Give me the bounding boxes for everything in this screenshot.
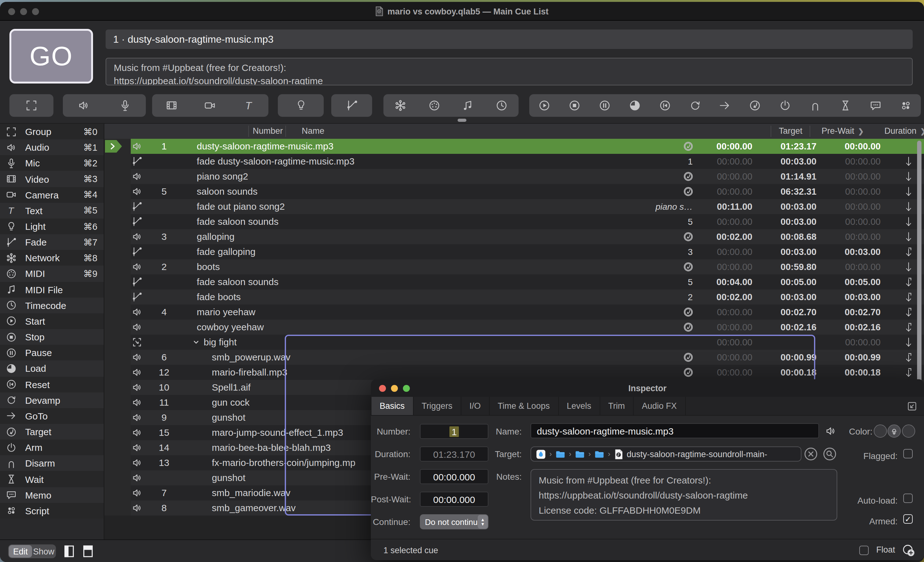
sidebar-item-video[interactable]: Video⌘3 [0,171,104,187]
cue-prewait[interactable]: 00:00.00 [696,320,752,335]
cue-continue-mode[interactable] [902,261,915,273]
cue-duration[interactable]: 00:03.00 [757,244,816,259]
cue-name[interactable]: gunshot [212,410,246,425]
cue-row[interactable]: cowboy yeehaw00:00.0000:02.1600:02.16 [104,320,924,335]
cue-row[interactable]: 6smb_powerup.wav00:00.0000:00.9900:00.99 [104,350,924,365]
cue-postwait[interactable]: 00:00.00 [821,169,880,184]
cue-continue-mode[interactable] [902,140,915,152]
tab-levels[interactable]: Levels [558,397,600,415]
cue-duration[interactable]: 01:23.17 [757,139,816,154]
float-checkbox[interactable] [859,546,868,555]
sidebar-item-text[interactable]: TText⌘5 [0,203,104,218]
cue-prewait[interactable]: 00:04.00 [696,274,752,290]
col-header-name[interactable]: Name [302,126,324,136]
cue-postwait[interactable]: 00:00.00 [821,184,880,199]
cue-row[interactable]: 2boots00:00.0000:59.8000:00.00 [104,259,924,274]
playhead-gutter[interactable] [104,425,131,440]
cue-number[interactable] [147,244,181,259]
cue-name[interactable]: fade galloping [197,244,255,259]
cue-continue-mode[interactable] [902,155,915,167]
cue-duration[interactable]: 01:14.91 [757,169,816,184]
cue-row[interactable]: 3galloping00:02.0000:08.6800:00.00 [104,229,924,244]
cue-number[interactable] [147,470,181,486]
toggle-top-panel-button[interactable] [81,544,94,559]
sidebar-item-stop[interactable]: Stop [0,329,104,345]
cue-number[interactable]: 4 [147,305,181,320]
cue-row[interactable]: fade galloping300:00.0000:03.0000:03.00 [104,244,924,259]
sidebar-item-reset[interactable]: Reset [0,377,104,392]
notes-textarea[interactable]: Music from #Uppbeat (free for Creators!)… [531,469,837,520]
cue-target[interactable]: 5 [630,274,705,290]
cue-name[interactable]: mario yeehaw [197,305,255,320]
cue-name[interactable]: boots [197,259,220,274]
flagged-checkbox[interactable] [903,449,913,458]
cue-row[interactable]: fade saloon sounds500:00.0000:03.0000:00… [104,214,924,229]
cue-postwait[interactable]: 00:02.70 [821,305,880,320]
vertical-scrollbar[interactable] [917,140,921,387]
playhead-gutter[interactable] [104,335,131,350]
autoload-checkbox[interactable] [903,493,913,503]
toolbar-reset-button[interactable] [654,96,675,115]
cue-continue-mode[interactable] [902,185,915,198]
cue-postwait[interactable]: 00:03.00 [821,244,880,259]
cue-row[interactable]: fade dusty-saloon-ragtime-music.mp3100:0… [104,154,924,169]
cue-prewait[interactable]: 00:00.00 [696,305,752,320]
cue-target[interactable] [630,335,705,350]
cue-duration[interactable]: 06:32.31 [757,184,816,199]
sidebar-item-pause[interactable]: Pause [0,345,104,360]
cue-target[interactable]: 5 [630,214,705,229]
splitter-handle[interactable] [458,119,466,122]
cue-continue-mode[interactable] [902,215,915,228]
cue-name[interactable]: fade saloon sounds [197,214,279,229]
cue-continue-mode[interactable] [902,351,915,363]
playhead-gutter[interactable] [104,380,131,395]
col-header-prewait[interactable]: Pre-Wait❯ [822,126,864,136]
cue-postwait[interactable]: 00:00.99 [821,350,880,365]
toolbar-network-button[interactable] [390,96,411,115]
color-swatch-2[interactable] [902,424,915,438]
cue-postwait[interactable]: 00:00.00 [821,335,880,350]
playhead-gutter[interactable] [104,305,131,320]
toolbar-video-button[interactable] [161,96,182,115]
cue-number[interactable]: 1 [147,139,181,154]
cue-postwait[interactable]: 00:03.00 [821,290,880,305]
cue-target[interactable] [630,365,705,380]
cue-number[interactable]: 3 [147,229,181,244]
cue-prewait[interactable]: 00:00.00 [696,259,752,274]
cue-target[interactable]: 2 [630,290,705,305]
toolbar-devamp-button[interactable] [684,96,706,115]
cue-prewait[interactable]: 00:00.00 [696,169,752,184]
tab-triggers[interactable]: Triggers [414,397,461,415]
cue-name[interactable]: galloping [197,229,234,244]
playhead-gutter[interactable] [104,259,131,274]
sidebar-item-timecode[interactable]: Timecode [0,297,104,313]
cue-target[interactable]: 3 [630,244,705,259]
cue-duration[interactable]: 00:59.80 [757,259,816,274]
cue-number[interactable]: 2 [147,259,181,274]
sidebar-item-network[interactable]: Network⌘8 [0,250,104,266]
toolbar-script-button[interactable] [895,96,916,115]
sidebar-item-light[interactable]: Light⌘6 [0,218,104,234]
cue-row[interactable]: fade out piano song2piano s…00:11.0000:0… [104,199,924,214]
cue-row[interactable]: fade saloon sounds500:04.0000:05.0000:05… [104,274,924,290]
playhead-gutter[interactable] [104,365,131,380]
toolbar-audio-button[interactable] [73,96,94,115]
cue-prewait[interactable]: 00:00.00 [696,154,752,169]
sidebar-item-devamp[interactable]: Devamp [0,392,104,408]
cue-continue-mode[interactable] [902,245,915,258]
toolbar-light-button[interactable] [290,96,312,115]
playhead-gutter[interactable] [104,214,131,229]
sidebar-item-memo[interactable]: Memo [0,487,104,503]
playhead-gutter[interactable] [104,470,131,486]
cue-prewait[interactable]: 00:00.00 [696,214,752,229]
cue-duration[interactable]: 00:03.00 [757,154,816,169]
cue-row[interactable]: 5saloon sounds00:00.0006:32.3100:00.00 [104,184,924,199]
cue-row[interactable]: fade boots200:02.0000:03.0000:03.00 [104,290,924,305]
sidebar-item-arm[interactable]: Arm [0,439,104,455]
cue-notes-field[interactable]: Music from #Uppbeat (free for Creators!)… [106,58,913,85]
cue-name[interactable]: mario-bee-ba-blee-blah.mp3 [212,440,331,455]
cue-duration[interactable]: 00:00.99 [757,350,816,365]
cue-postwait[interactable]: 00:00.18 [821,365,880,380]
playhead-gutter[interactable] [104,320,131,335]
new-inspector-button[interactable] [902,544,915,557]
